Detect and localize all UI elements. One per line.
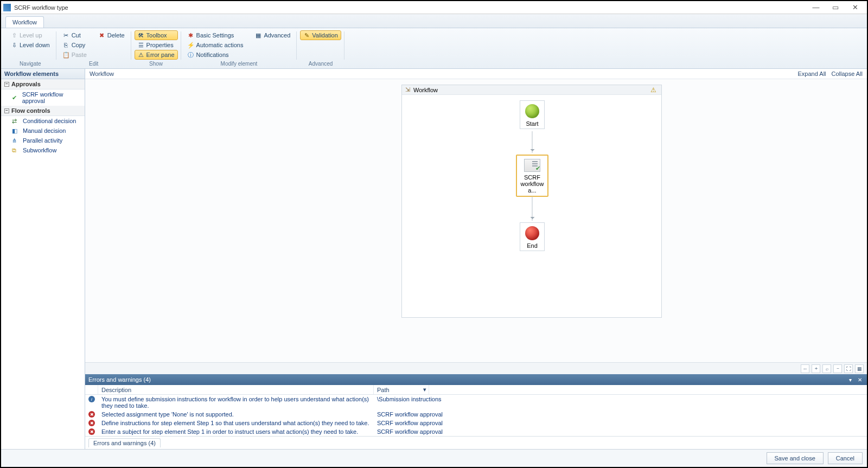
error-description: Define instructions for step element Ste… [98, 420, 374, 426]
toolbox-item-parallel[interactable]: ⋔Parallel activity [1, 136, 85, 145]
toolbox-item-conditional[interactable]: ⇄Conditional decision [1, 116, 85, 126]
error-row[interactable]: ✖Enter a subject for step element Step 1… [85, 427, 867, 436]
zoom-in-button[interactable]: ＋ [812, 364, 820, 373]
activity-node-scrf[interactable]: SCRF workflow a... [516, 155, 548, 197]
workflow-container[interactable]: ⇲ Workflow ⚠ Start SCRF workflow a... [401, 85, 662, 318]
zoom-toolbar: ↔ ＋ ⌕ － ⛶ ▦ [85, 362, 867, 374]
copy-button[interactable]: ⎘Copy [60, 40, 90, 50]
maximize-button[interactable]: ▭ [826, 1, 845, 14]
delete-label: Delete [107, 32, 125, 39]
errors-table: Description Path▾ iYou must define submi… [85, 385, 867, 436]
status-tabs: Errors and warnings (4) [85, 436, 867, 449]
save-and-close-button[interactable]: Save and close [767, 452, 824, 464]
error-description: Enter a subject for step element Step 1 … [98, 428, 374, 435]
toolbox-button[interactable]: 🛠Toolbox [135, 30, 178, 40]
errors-close-button[interactable]: ✕ [856, 376, 864, 383]
window-title: SCRF workflow type [14, 4, 806, 11]
advanced-button[interactable]: ▦Advanced [252, 30, 293, 40]
delete-button[interactable]: ✖Delete [95, 30, 128, 40]
subworkflow-icon: ⧉ [12, 147, 20, 153]
ribbon: ⇧Level up ⇩Level down Navigate ✂Cut ⎘Cop… [1, 28, 867, 69]
group-label-modify: Modify element [184, 60, 294, 67]
fit-to-screen-button[interactable]: ⛶ [844, 364, 853, 373]
paste-label: Paste [72, 52, 87, 58]
validation-button[interactable]: ✎Validation [300, 30, 341, 40]
col-path[interactable]: Path▾ [374, 385, 429, 394]
error-icon: ✖ [88, 428, 95, 435]
overview-button[interactable]: ▦ [855, 364, 864, 373]
close-button[interactable]: ✕ [845, 1, 865, 14]
error-path: SCRF workflow approval [374, 411, 443, 418]
zoom-100-button[interactable]: ⌕ [822, 364, 831, 373]
breadcrumb-bar: Workflow Expand All Collapse All [85, 69, 867, 79]
ribbon-group-modify: ✱Basic Settings ⚡Automatic actions ⓘNoti… [181, 29, 297, 68]
toolbox-item-label: Conditional decision [23, 118, 76, 124]
workflow-canvas[interactable]: ⇲ Workflow ⚠ Start SCRF workflow a... [85, 79, 867, 362]
validation-icon: ✎ [303, 32, 310, 39]
manual-icon: ◧ [12, 127, 20, 134]
start-node[interactable]: Start [520, 100, 545, 129]
properties-button[interactable]: ☰Properties [135, 40, 178, 50]
toolbox-item-subworkflow[interactable]: ⧉Subworkflow [1, 145, 85, 155]
paste-button[interactable]: 📋Paste [60, 50, 90, 60]
error-row[interactable]: iYou must define submission instructions… [85, 395, 867, 410]
basic-settings-button[interactable]: ✱Basic Settings [184, 30, 247, 40]
basic-settings-label: Basic Settings [196, 32, 234, 39]
error-row[interactable]: ✖Selected assignment type 'None' is not … [85, 410, 867, 419]
cut-icon: ✂ [63, 32, 69, 39]
toolbox-item-label: Subworkflow [23, 147, 56, 153]
parallel-icon: ⋔ [12, 137, 20, 144]
toolbox-item-label: Manual decision [23, 127, 66, 134]
error-pane-button[interactable]: ⚠Error pane [135, 50, 178, 60]
col-icon[interactable] [85, 385, 98, 394]
breadcrumb-root[interactable]: Workflow [90, 70, 114, 77]
level-down-icon: ⇩ [11, 42, 17, 48]
category-approvals[interactable]: −Approvals [1, 79, 85, 89]
error-icon: ✖ [88, 420, 95, 426]
level-down-button[interactable]: ⇩Level down [8, 40, 53, 50]
properties-icon: ☰ [138, 42, 144, 48]
notifications-label: Notifications [196, 52, 229, 58]
errors-tab[interactable]: Errors and warnings (4) [88, 438, 161, 447]
expand-all-link[interactable]: Expand All [798, 70, 826, 77]
toolbox-item-manual[interactable]: ◧Manual decision [1, 126, 85, 136]
cancel-button[interactable]: Cancel [828, 452, 863, 464]
collapse-all-link[interactable]: Collapse All [832, 70, 863, 77]
minimize-button[interactable]: — [806, 1, 826, 14]
approval-icon: ✔ [12, 94, 19, 101]
col-description[interactable]: Description [98, 385, 374, 394]
connector-arrow [532, 196, 533, 221]
footer: Save and close Cancel [1, 449, 867, 467]
category-flow-controls[interactable]: −Flow controls [1, 106, 85, 116]
activity-label: SCRF workflow a... [518, 174, 546, 194]
ribbon-group-edit: ✂Cut ⎘Copy 📋Paste ✖Delete Edit [56, 29, 131, 68]
paste-icon: 📋 [63, 52, 69, 58]
automatic-actions-button[interactable]: ⚡Automatic actions [184, 40, 247, 50]
sort-icon: ▾ [423, 386, 426, 393]
content: Workflow elements −Approvals ✔SCRF workf… [1, 69, 867, 449]
zoom-out-button[interactable]: － [833, 364, 842, 373]
tab-workflow[interactable]: Workflow [5, 16, 44, 28]
errors-panel-header: Errors and warnings (4) ▾ ✕ [85, 374, 867, 385]
pan-tool-button[interactable]: ↔ [801, 364, 809, 373]
error-description: You must define submission instructions … [98, 396, 374, 409]
group-label-advanced: Advanced [300, 60, 341, 67]
activity-icon [524, 159, 540, 172]
error-path: \Submission instructions [374, 396, 442, 409]
error-description: Selected assignment type 'None' is not s… [98, 411, 374, 418]
toolbox-item-scrf-approval[interactable]: ✔SCRF workflow approval [1, 89, 85, 106]
level-up-button[interactable]: ⇧Level up [8, 30, 53, 40]
error-row[interactable]: ✖Define instructions for step element St… [85, 419, 867, 427]
connector-arrow [532, 131, 533, 153]
cut-button[interactable]: ✂Cut [60, 30, 90, 40]
info-icon: i [88, 396, 95, 402]
level-down-label: Level down [20, 42, 50, 48]
end-node[interactable]: End [520, 222, 545, 251]
delete-icon: ✖ [99, 32, 105, 39]
notifications-button[interactable]: ⓘNotifications [184, 50, 247, 60]
validation-label: Validation [312, 32, 338, 39]
ribbon-group-navigate: ⇧Level up ⇩Level down Navigate [4, 29, 56, 68]
titlebar: SCRF workflow type — ▭ ✕ [1, 1, 867, 14]
errors-table-header: Description Path▾ [85, 385, 867, 395]
errors-dropdown-button[interactable]: ▾ [846, 376, 854, 383]
